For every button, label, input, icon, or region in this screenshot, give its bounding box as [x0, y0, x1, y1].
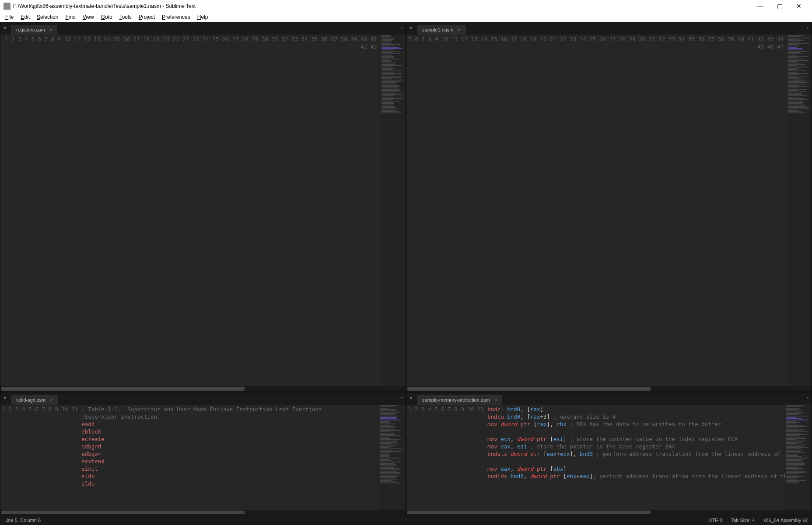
status-position[interactable]: Line 5, Column 6 [4, 518, 41, 523]
tab-label: registers.asm [16, 27, 45, 32]
tab-sample1.nasm[interactable]: sample1.nasm × [417, 25, 466, 35]
pane-top-left: ◀ registers.asm × ▾1 2 3 4 5 6 7 8 9 10 … [0, 22, 406, 392]
workspace: ◀ registers.asm × ▾1 2 3 4 5 6 7 8 9 10 … [0, 22, 812, 515]
gutter: 1 2 3 4 5 6 7 8 9 10 11 [406, 405, 487, 510]
status-syntax[interactable]: x86_64 Assembly v2 [763, 518, 808, 523]
tab-close-icon[interactable]: × [50, 397, 52, 402]
minimap[interactable] [381, 35, 406, 386]
tab-label: sample1.nasm [422, 27, 454, 32]
pane-bottom-right: ◀ sample-memory-protection.asm × ▾1 2 3 … [406, 392, 812, 515]
tab-close-icon[interactable]: × [49, 27, 52, 32]
tab-close-icon[interactable]: × [494, 397, 497, 402]
minimap[interactable] [379, 405, 406, 510]
tab-sample-memory-protection.asm[interactable]: sample-memory-protection.asm × [417, 395, 502, 405]
statusbar: Line 5, Column 6 UTF-8 Tab Size: 4 x86_6… [0, 515, 812, 525]
tab-nav-left[interactable]: ◀ [3, 25, 6, 30]
tab-registers.asm[interactable]: registers.asm × [11, 25, 57, 35]
scrollbar-horizontal[interactable] [0, 510, 406, 515]
tab-label: valid-sgx.asm [16, 397, 46, 402]
menu-view[interactable]: View [79, 13, 98, 21]
status-tabsize[interactable]: Tab Size: 4 [731, 518, 755, 523]
window-title: F:\Work\git\x86-assembly-textmate-bundle… [13, 3, 751, 9]
maximize-button[interactable]: ▢ [770, 3, 789, 10]
editor-area[interactable]: 1 2 3 4 5 6 7 8 9 10 11 bndcl bnd0, [rax… [406, 405, 812, 510]
menu-file[interactable]: File [2, 13, 17, 21]
gutter: 1 2 3 4 5 6 7 8 9 10 11 [0, 405, 81, 510]
app-icon [4, 3, 10, 10]
code-content[interactable]: bndcl bnd0, [rax] bndcu bnd0, [rax+3] ; … [487, 405, 785, 510]
minimize-button[interactable]: — [751, 3, 770, 10]
tab-nav-right[interactable]: ▾ [400, 395, 403, 400]
scrollbar-horizontal[interactable] [406, 386, 812, 392]
minimap[interactable] [785, 405, 812, 510]
editor-area[interactable]: 5 6 7 8 9 10 11 12 13 14 15 16 17 18 19 … [406, 35, 812, 386]
menu-find[interactable]: Find [62, 13, 79, 21]
status-encoding[interactable]: UTF-8 [709, 518, 722, 523]
tab-nav-right[interactable]: ▾ [806, 25, 809, 30]
scrollbar-horizontal[interactable] [0, 386, 406, 392]
editor-area[interactable]: 1 2 3 4 5 6 7 8 9 10 11 12 13 14 15 16 1… [0, 35, 406, 386]
pane-top-right: ◀ sample1.nasm × ▾5 6 7 8 9 10 11 12 13 … [406, 22, 812, 392]
menu-edit[interactable]: Edit [17, 13, 33, 21]
editor-area[interactable]: 1 2 3 4 5 6 7 8 9 10 11 ; Table 1-1. Sup… [0, 405, 406, 510]
tab-nav-right[interactable]: ▾ [806, 395, 809, 400]
code-content[interactable]: ; Table 1-1. Supervisor and User Mode En… [81, 405, 379, 510]
tab-label: sample-memory-protection.asm [422, 397, 490, 402]
menu-project[interactable]: Project [135, 13, 158, 21]
pane-bottom-left: ◀ valid-sgx.asm × ▾1 2 3 4 5 6 7 8 9 10 … [0, 392, 406, 515]
titlebar: F:\Work\git\x86-assembly-textmate-bundle… [0, 0, 812, 12]
menu-preferences[interactable]: Preferences [158, 13, 194, 21]
tab-nav-left[interactable]: ◀ [3, 395, 6, 400]
tab-nav-left[interactable]: ◀ [409, 395, 412, 400]
scrollbar-horizontal[interactable] [406, 510, 812, 515]
gutter: 5 6 7 8 9 10 11 12 13 14 15 16 17 18 19 … [406, 35, 787, 386]
menu-tools[interactable]: Tools [116, 13, 135, 21]
menu-help[interactable]: Help [194, 13, 212, 21]
gutter: 1 2 3 4 5 6 7 8 9 10 11 12 13 14 15 16 1… [0, 35, 381, 386]
tab-nav-right[interactable]: ▾ [400, 25, 403, 30]
menu-selection[interactable]: Selection [33, 13, 62, 21]
minimap[interactable] [787, 35, 812, 386]
close-button[interactable]: ✕ [789, 3, 808, 10]
menubar: FileEditSelectionFindViewGotoToolsProjec… [0, 12, 812, 22]
tab-valid-sgx.asm[interactable]: valid-sgx.asm × [11, 395, 58, 405]
menu-goto[interactable]: Goto [98, 13, 116, 21]
tab-nav-left[interactable]: ◀ [409, 25, 412, 30]
tab-close-icon[interactable]: × [458, 27, 461, 32]
